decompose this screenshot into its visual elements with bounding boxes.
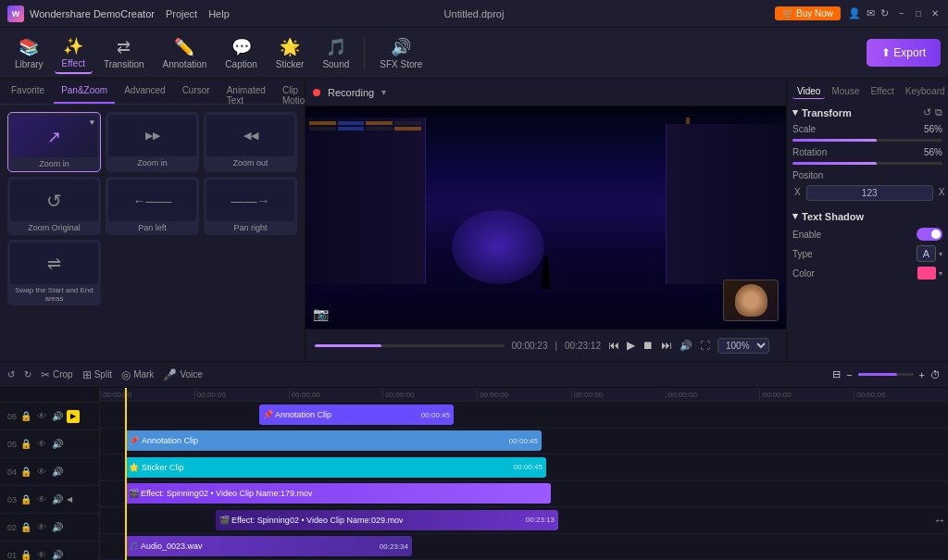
effect-pan-right[interactable]: ——→ Pan right [204, 177, 297, 235]
refresh-icon[interactable]: ↻ [880, 7, 889, 19]
export-button[interactable]: ⬆ Export [867, 39, 941, 67]
effect-swap[interactable]: ⇌ Swap the Start and End areas [7, 240, 101, 305]
voice-tool[interactable]: 🎤 Voice [163, 368, 202, 381]
timeline-zoom-in-btn[interactable]: + [919, 369, 925, 380]
track-lock-03[interactable]: 🔒 [19, 494, 32, 504]
toolbar-effect[interactable]: ✨ Effect [55, 32, 93, 74]
tab-effect[interactable]: Effect [866, 84, 898, 99]
enable-toggle[interactable] [917, 228, 942, 241]
clip-sticker-04[interactable]: 🌟 Sticker Clip 00:00:45 [125, 457, 546, 478]
track-num-02: 02 [4, 523, 17, 532]
effect-zoom-in-2[interactable]: ▶▶ Zoom in [106, 112, 199, 172]
track-mute-02[interactable]: 🔊 [51, 522, 64, 532]
rotation-slider[interactable] [792, 162, 942, 165]
menu-project[interactable]: Project [166, 8, 197, 19]
toolbar-caption[interactable]: 💬 Caption [218, 33, 264, 73]
volume-icon[interactable]: 🔊 [680, 340, 692, 352]
track-eye-03[interactable]: 👁 [35, 494, 48, 504]
skip-back-button[interactable]: ⏮ [608, 339, 619, 352]
heart-icon[interactable]: ♥ [90, 118, 94, 127]
timeline-zoom-out-btn[interactable]: − [846, 369, 852, 380]
track-eye-02[interactable]: 👁 [35, 522, 48, 532]
timeline-zoom-slider[interactable] [858, 373, 914, 376]
tab-keyboard[interactable]: Keyboard [901, 84, 948, 99]
tab-video[interactable]: Video [792, 84, 825, 99]
color-dropdown-arrow[interactable]: ▾ [939, 269, 942, 278]
maximize-button[interactable]: □ [913, 8, 924, 19]
copy-icon[interactable]: ⧉ [935, 106, 942, 118]
track-eye-05[interactable]: 👁 [35, 439, 48, 449]
type-dropdown-arrow[interactable]: ▾ [939, 250, 942, 258]
effect-zoom-out[interactable]: ◀◀ Zoom out [204, 112, 297, 172]
effect-thumb-zoom-out: ◀◀ [206, 115, 294, 156]
split-tool[interactable]: ⊞ Split [82, 368, 112, 381]
expand-icon-02[interactable]: ↔ [933, 513, 946, 528]
play-button[interactable]: ▶ [627, 339, 635, 352]
stop-button[interactable]: ⏹ [642, 339, 654, 352]
screenshot-icon[interactable]: 📷 [313, 306, 329, 321]
nav-tab-animated-text[interactable]: Animated Text [219, 82, 273, 104]
crop-tool[interactable]: ✂ Crop [41, 368, 73, 381]
track-num-06: 06 [4, 412, 17, 421]
effect-zoom-in-1[interactable]: ↗ ♥ Zoom in [7, 112, 101, 172]
clip-annotation-06[interactable]: 📌 Annotation Clip 00:00:45 [259, 404, 454, 425]
zoom-select[interactable]: 100% 75% 50% [717, 338, 769, 354]
undo-tool[interactable]: ↺ [7, 369, 15, 380]
mail-icon[interactable]: ✉ [867, 7, 875, 19]
clip-video2-02[interactable]: 🎬 Effect: Spinning02 • Video Clip Name:0… [216, 510, 558, 530]
fullscreen-icon[interactable]: ⛶ [700, 340, 710, 351]
ruler-0: 00:00:00 [100, 391, 194, 399]
track-lock-05[interactable]: 🔒 [19, 439, 32, 449]
redo-tool[interactable]: ↻ [24, 369, 31, 380]
track-mute-05[interactable]: 🔊 [51, 439, 64, 449]
nav-tab-clip-motion[interactable]: Clip Motion [275, 82, 305, 104]
nav-tab-panzoom[interactable]: Pan&Zoom [54, 82, 115, 104]
account-icon[interactable]: 👤 [848, 7, 861, 19]
tab-mouse[interactable]: Mouse [827, 84, 864, 99]
toolbar-transition[interactable]: ⇄ Transition [96, 33, 152, 73]
minimize-button[interactable]: − [896, 8, 907, 19]
nav-tab-advanced[interactable]: Advanced [117, 82, 172, 104]
track-eye-06[interactable]: 👁 [35, 411, 48, 421]
track-mute-06[interactable]: 🔊 [51, 411, 64, 421]
clip-audio-01[interactable]: 🎵 Audio_0023.wav 00:23:34 [125, 536, 412, 556]
track-eye-01[interactable]: 👁 [35, 550, 48, 560]
menu-help[interactable]: Help [208, 8, 230, 19]
track-mute-01[interactable]: 🔊 [51, 550, 64, 560]
nav-tab-favorite[interactable]: Favorite [4, 82, 52, 104]
app-logo: W [7, 6, 24, 22]
color-swatch[interactable] [917, 267, 936, 280]
timeline-clock-icon[interactable]: ⏱ [930, 369, 941, 380]
toolbar-sfx[interactable]: 🔊 SFX Store [372, 33, 430, 73]
effect-pan-left[interactable]: ←—— Pan left [106, 177, 199, 235]
pos-x-input[interactable] [806, 185, 933, 201]
playhead[interactable] [125, 388, 127, 560]
skip-forward-button[interactable]: ⏭ [661, 339, 672, 352]
progress-bar[interactable] [315, 344, 505, 347]
window-controls[interactable]: − □ ✕ [896, 8, 941, 19]
toolbar-sticker[interactable]: 🌟 Sticker [268, 33, 312, 73]
track-expand-03[interactable]: ◀ [67, 495, 72, 504]
close-button[interactable]: ✕ [929, 8, 941, 19]
nav-tab-cursor[interactable]: Cursor [175, 82, 218, 104]
toolbar-sound[interactable]: 🎵 Sound [315, 33, 356, 73]
toolbar-library[interactable]: 📚 Library [7, 33, 51, 73]
buy-now-button[interactable]: 🛒 Buy Now [775, 6, 841, 20]
recording-chevron[interactable]: ▾ [381, 87, 386, 97]
track-lock-01[interactable]: 🔒 [19, 550, 32, 560]
toolbar-annotation[interactable]: ✏️ Annotation [156, 33, 215, 73]
clip-annotation-05[interactable]: 📌 Annotation Clip 00:00:45 [125, 430, 542, 451]
scale-slider[interactable] [792, 139, 942, 142]
clip-video-main-03[interactable]: 🎬 Effect: Spinning02 • Video Clip Name:1… [125, 483, 551, 504]
type-value[interactable]: A [917, 245, 936, 262]
track-eye-04[interactable]: 👁 [35, 467, 48, 477]
timeline-settings-icon[interactable]: ⊟ [832, 368, 841, 380]
track-lock-04[interactable]: 🔒 [19, 467, 32, 477]
track-mute-04[interactable]: 🔊 [51, 467, 64, 477]
reset-icon[interactable]: ↺ [923, 106, 931, 118]
mark-tool[interactable]: ◎ Mark [121, 368, 154, 381]
track-mute-03[interactable]: 🔊 [51, 494, 64, 504]
track-lock-02[interactable]: 🔒 [19, 522, 32, 532]
track-lock-06[interactable]: 🔒 [19, 411, 32, 421]
effect-zoom-original[interactable]: ↺ Zoom Original [7, 177, 101, 235]
